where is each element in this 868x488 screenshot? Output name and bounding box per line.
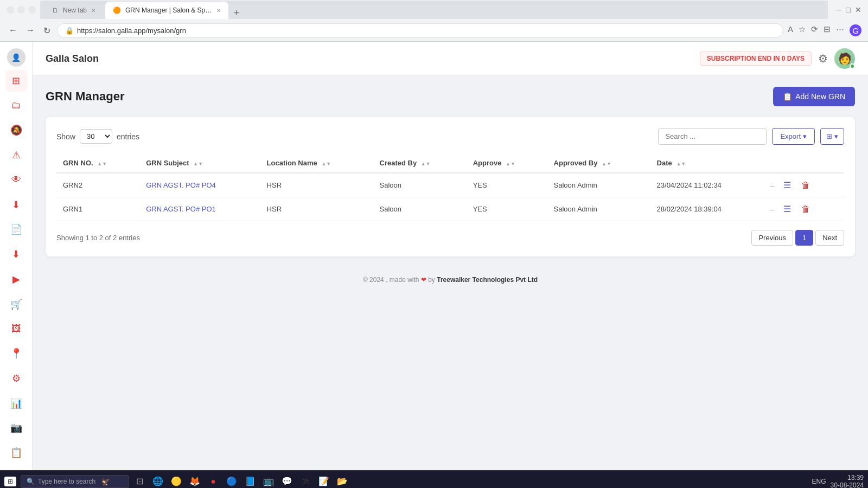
taskbar-time: 13:39 30-08-2024 [831, 474, 864, 489]
window-close-button[interactable]: ✕ [855, 5, 861, 14]
sidebar-item-eye[interactable]: 👁 [5, 169, 27, 191]
table-card: Show 30 10 25 50 100 entries E [46, 117, 855, 256]
show-entries: Show 30 10 25 50 100 entries [56, 129, 139, 144]
page-header: GRN Manager 📋 Add New GRN [46, 87, 855, 106]
sort-arrows[interactable]: ▲▼ [97, 162, 107, 166]
back-button[interactable]: ← [7, 23, 20, 37]
page-content: GRN Manager 📋 Add New GRN Show 30 10 25 [33, 76, 868, 267]
table-row: GRN2 GRN AGST. PO# PO4 HSR Saloon YES Sa… [56, 173, 844, 197]
entries-select[interactable]: 30 10 25 50 100 [80, 129, 112, 144]
sort-arrows-3[interactable]: ▲▼ [321, 162, 331, 166]
maximize-button[interactable] [28, 6, 36, 14]
cell-grn-subject-0[interactable]: GRN AGST. PO# PO4 [139, 173, 260, 197]
tab-grn[interactable]: 🟠 GRN Manager | Salon & Spa Man... ✕ [105, 2, 228, 19]
sidebar-item-download2[interactable]: ⬇ [5, 243, 27, 265]
taskbar-sticky[interactable]: 📝 [316, 473, 332, 489]
sort-arrows-4[interactable]: ▲▼ [421, 162, 431, 166]
subscription-badge: SUBSCRIPTION END IN 0 DAYS [700, 52, 812, 66]
taskbar-store[interactable]: 🛍 [297, 473, 314, 489]
sync-icon[interactable]: ⟳ [811, 24, 818, 36]
sidebar-item-media[interactable]: ▶ [5, 268, 27, 290]
window-restore-button[interactable]: □ [846, 5, 851, 14]
sort-arrows-2[interactable]: ▲▼ [193, 162, 203, 166]
minimize-button[interactable] [17, 6, 25, 14]
split-icon[interactable]: ⊟ [824, 24, 831, 36]
taskbar-facebook[interactable]: 📘 [242, 473, 258, 489]
search-input[interactable] [658, 128, 767, 145]
extra-0: -- [770, 182, 775, 190]
extra-1: -- [770, 206, 775, 214]
tab-grn-favicon: 🟠 [113, 7, 121, 14]
tab-newtab[interactable]: 🗋 New tab ✕ [44, 2, 103, 19]
footer-middle: by [428, 276, 435, 284]
next-button[interactable]: Next [815, 230, 844, 246]
new-tab-button[interactable]: + [231, 8, 243, 19]
cell-location-0: HSR [260, 173, 373, 197]
company-link[interactable]: Treewalker Technologies Pvt Ltd [437, 276, 538, 284]
bookmark-icon[interactable]: ☆ [799, 24, 806, 36]
taskbar-multitasking[interactable]: ⊡ [131, 473, 148, 489]
sidebar-item-list[interactable]: 📋 [5, 442, 27, 464]
view-icon-0[interactable]: ☰ [781, 178, 793, 192]
export-button[interactable]: Export ▾ [772, 128, 815, 145]
sidebar-item-camera[interactable]: 📷 [5, 418, 27, 439]
taskbar-chrome[interactable]: 🔵 [224, 473, 240, 489]
sidebar-item-report[interactable]: 📊 [5, 393, 27, 414]
sidebar-item-file[interactable]: 📄 [5, 219, 27, 240]
settings-button[interactable]: ⚙ [818, 52, 828, 65]
table-header-row: GRN NO. ▲▼ GRN Subject ▲▼ Location Name … [56, 153, 844, 173]
tab-close-icon[interactable]: ✕ [91, 8, 95, 14]
cell-created-by-1: Saloon [373, 197, 467, 221]
cell-location-1: HSR [260, 197, 373, 221]
grid-view-button[interactable]: ⊞ ▾ [820, 128, 844, 145]
sidebar-item-location[interactable]: 📍 [5, 343, 27, 364]
sidebar-item-alert[interactable]: 🔕 [5, 119, 27, 141]
date-display: 30-08-2024 [831, 481, 864, 489]
taskbar-search[interactable]: 🔍 Type here to search 🦅 [21, 475, 129, 488]
address-bar[interactable]: 🔒 https://salon.galla.app/mysalon/grn [57, 23, 783, 38]
previous-button[interactable]: Previous [751, 230, 793, 246]
add-new-grn-button[interactable]: 📋 Add New GRN [773, 87, 855, 106]
cell-grn-subject-1[interactable]: GRN AGST. PO# PO1 [139, 197, 260, 221]
taskbar-app1[interactable]: ● [205, 473, 221, 489]
sidebar-item-cart[interactable]: 🛒 [5, 293, 27, 315]
tab-newtab-label: New tab [63, 7, 87, 14]
translate-icon[interactable]: A [788, 24, 793, 36]
more-icon[interactable]: ⋯ [836, 24, 844, 36]
forward-button[interactable]: → [24, 23, 37, 37]
taskbar-youtube[interactable]: 📺 [260, 473, 277, 489]
sidebar-item-folder[interactable]: 🗂 [5, 95, 27, 117]
cell-approved-by-0: Saloon Admin [547, 173, 650, 197]
cell-approve-0: YES [467, 173, 547, 197]
taskbar-explorer[interactable]: 🟡 [168, 473, 184, 489]
sidebar: 👤 ⊞ 🗂 🔕 ⚠ 👁 ⬇ 📄 ⬇ ▶ 🛒 🖼 📍 ⚙ 📊 📷 📋 [0, 42, 33, 470]
sidebar-item-settings[interactable]: ⚙ [5, 368, 27, 389]
export-label: Export [780, 132, 801, 140]
taskbar-edge[interactable]: 🌐 [150, 473, 166, 489]
sidebar-item-image[interactable]: 🖼 [5, 318, 27, 339]
taskbar-skype[interactable]: 💬 [279, 473, 295, 489]
profile-icon[interactable]: G [850, 24, 861, 36]
taskbar-files[interactable]: 📂 [334, 473, 350, 489]
table-footer: Showing 1 to 2 of 2 entries Previous 1 N… [56, 230, 844, 246]
taskbar-firefox[interactable]: 🦊 [187, 473, 203, 489]
sidebar-item-dashboard[interactable]: ⊞ [5, 70, 27, 92]
tab-grn-close-icon[interactable]: ✕ [216, 8, 221, 14]
sort-arrows-7[interactable]: ▲▼ [676, 162, 686, 166]
delete-icon-1[interactable]: 🗑 [799, 202, 812, 216]
delete-icon-0[interactable]: 🗑 [799, 178, 812, 192]
sidebar-item-download[interactable]: ⬇ [5, 194, 27, 216]
close-button[interactable] [7, 6, 14, 14]
sidebar-item-warning[interactable]: ⚠ [5, 144, 27, 166]
sidebar-avatar[interactable]: 👤 [7, 48, 25, 67]
view-icon-1[interactable]: ☰ [781, 202, 793, 216]
start-button[interactable]: ⊞ [4, 477, 16, 486]
sort-arrows-5[interactable]: ▲▼ [506, 162, 515, 166]
sort-arrows-6[interactable]: ▲▼ [602, 162, 611, 166]
salon-name: Galla Salon [46, 53, 99, 65]
page-1-button[interactable]: 1 [795, 230, 813, 246]
taskbar-right: ENG 13:39 30-08-2024 [812, 474, 864, 489]
refresh-button[interactable]: ↻ [41, 23, 53, 38]
cell-grn-no-0: GRN2 [56, 173, 139, 197]
window-minimize-button[interactable]: ─ [837, 5, 842, 14]
